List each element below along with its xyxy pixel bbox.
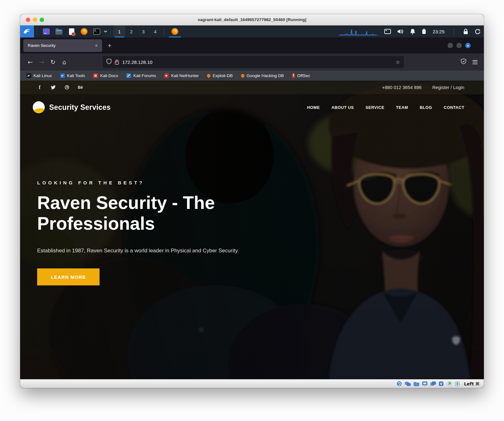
text-editor-icon bbox=[69, 28, 74, 35]
register-login-link[interactable]: Register / Login bbox=[432, 85, 464, 90]
macos-titlebar: vagrant-kali_default_1649657277982_50460… bbox=[20, 14, 484, 25]
tab-close-button[interactable]: × bbox=[94, 42, 99, 49]
panel-clock[interactable]: 23:25 bbox=[432, 29, 444, 34]
workspace-2-button[interactable]: 2 bbox=[125, 25, 137, 37]
terminal-launcher[interactable]: $_ bbox=[90, 25, 103, 37]
launcher-dropdown-chevron[interactable] bbox=[104, 25, 107, 37]
text-editor-launcher[interactable] bbox=[65, 25, 78, 37]
panel-separator bbox=[110, 28, 111, 35]
firefox-icon bbox=[81, 28, 88, 35]
nav-blog[interactable]: BLOG bbox=[420, 105, 432, 110]
insecure-lock-icon[interactable] bbox=[115, 59, 119, 65]
bookmark-exploit-db[interactable]: Exploit-DB bbox=[207, 73, 233, 78]
tab-raven-security[interactable]: Raven Security × bbox=[23, 39, 102, 52]
hero-section: LOOKING FOR THE BEST? Raven Security - T… bbox=[20, 120, 484, 285]
bookmark-kali-linux[interactable]: Kali Linux bbox=[26, 73, 52, 78]
bookmarks-bar: Kali Linux Kali Tools Kali Docs Kali For… bbox=[20, 70, 484, 81]
recording-icon[interactable] bbox=[439, 381, 444, 386]
kali-linux-favicon bbox=[26, 73, 31, 78]
bookmark-google-hacking-db[interactable]: Google Hacking DB bbox=[241, 73, 284, 78]
nav-service[interactable]: SERVICE bbox=[365, 105, 384, 110]
home-button[interactable]: ⌂ bbox=[59, 57, 70, 67]
folder-launcher[interactable] bbox=[53, 25, 65, 37]
display-tray-icon[interactable] bbox=[384, 29, 391, 34]
dribbble-icon[interactable] bbox=[64, 85, 69, 90]
firefox-launcher[interactable] bbox=[78, 25, 90, 37]
lock-icon[interactable] bbox=[463, 29, 468, 35]
kali-panel: $_ 1 2 3 4 23:25 bbox=[20, 25, 484, 37]
host-key-label: Left ⌘ bbox=[464, 381, 479, 386]
zoom-traffic-button[interactable] bbox=[40, 18, 44, 22]
panel-separator bbox=[37, 28, 37, 35]
site-logo[interactable]: Security Services bbox=[33, 101, 111, 113]
bookmark-star-icon[interactable]: ☆ bbox=[396, 59, 400, 65]
minimize-window-button[interactable] bbox=[448, 43, 453, 48]
close-traffic-button[interactable] bbox=[26, 18, 30, 22]
facebook-icon[interactable]: f bbox=[37, 85, 42, 90]
taskbar-firefox-window[interactable] bbox=[167, 25, 182, 37]
minimize-traffic-button[interactable] bbox=[33, 18, 37, 22]
file-manager-icon bbox=[43, 28, 50, 35]
terminal-icon: $_ bbox=[93, 29, 100, 35]
logo-ball-icon bbox=[33, 101, 45, 113]
browser-tab-bar: Raven Security × + × bbox=[20, 37, 484, 53]
nav-home[interactable]: HOME bbox=[307, 105, 320, 110]
page-viewport: f Bē +880 012 3654 896 Register / Login … bbox=[20, 81, 484, 379]
chevron-down-icon bbox=[104, 30, 107, 33]
workspace-1-button[interactable]: 1 bbox=[113, 25, 125, 37]
account-shield-icon[interactable] bbox=[461, 59, 466, 65]
volume-icon[interactable] bbox=[397, 29, 404, 34]
bookmark-kali-docs[interactable]: Kali Docs bbox=[93, 73, 118, 78]
kali-menu-button[interactable] bbox=[20, 25, 34, 37]
tracking-shield-icon[interactable] bbox=[106, 59, 112, 65]
bookmark-kali-tools[interactable]: Kali Tools bbox=[60, 73, 85, 78]
folder-icon bbox=[55, 29, 62, 35]
network-icon[interactable] bbox=[405, 381, 411, 386]
traffic-lights bbox=[26, 18, 44, 22]
usb-folder-icon[interactable] bbox=[414, 381, 419, 386]
forward-button[interactable]: → bbox=[36, 57, 47, 67]
virtualbox-window: vagrant-kali_default_1649657277982_50460… bbox=[20, 14, 484, 388]
nav-about-us[interactable]: ABOUT US bbox=[331, 105, 354, 110]
maximize-window-button[interactable] bbox=[456, 43, 462, 48]
cpu-graph[interactable] bbox=[339, 27, 379, 36]
notifications-bell-icon[interactable] bbox=[410, 29, 415, 35]
learn-more-button[interactable]: LEARN MORE bbox=[37, 268, 100, 285]
display-icon[interactable] bbox=[422, 381, 427, 386]
kali-tools-favicon bbox=[60, 73, 65, 78]
kali-nethunter-favicon bbox=[164, 73, 169, 78]
workspace-3-button[interactable]: 3 bbox=[137, 25, 149, 37]
back-button[interactable]: ← bbox=[25, 57, 36, 67]
toolbar-right bbox=[461, 59, 478, 65]
close-window-button[interactable]: × bbox=[465, 43, 471, 48]
logout-icon[interactable] bbox=[475, 29, 481, 35]
nav-contact[interactable]: CONTACT bbox=[444, 105, 464, 110]
url-bar[interactable]: 172.28.128.10 ☆ bbox=[103, 56, 404, 68]
file-manager-launcher[interactable] bbox=[40, 25, 53, 37]
new-tab-button[interactable]: + bbox=[105, 41, 115, 51]
offsec-favicon bbox=[292, 73, 295, 78]
google-hacking-db-favicon bbox=[240, 73, 245, 78]
reload-button[interactable]: ↻ bbox=[47, 57, 59, 67]
bookmark-kali-forums[interactable]: Kali Forums bbox=[126, 73, 156, 78]
main-nav: HOME ABOUT US SERVICE TEAM BLOG CONTACT bbox=[307, 105, 464, 110]
window-controls: × bbox=[448, 43, 471, 48]
phone-number: +880 012 3654 896 bbox=[382, 85, 421, 90]
session-features-icon[interactable] bbox=[447, 381, 452, 386]
bookmark-offsec[interactable]: OffSec bbox=[292, 73, 310, 78]
vbox-statusbar: Left ⌘ bbox=[20, 379, 484, 388]
nav-team[interactable]: TEAM bbox=[396, 105, 408, 110]
shared-folders-icon[interactable] bbox=[430, 381, 436, 386]
hero-kicker: LOOKING FOR THE BEST? bbox=[37, 180, 144, 185]
menu-hamburger-icon[interactable] bbox=[472, 60, 478, 64]
bookmark-kali-nethunter[interactable]: Kali NetHunter bbox=[164, 73, 199, 78]
harddisk-activity-icon[interactable] bbox=[397, 381, 402, 386]
behance-icon[interactable]: Bē bbox=[78, 85, 83, 90]
brand-name: Security Services bbox=[49, 103, 111, 112]
twitter-icon[interactable] bbox=[51, 85, 56, 90]
url-text[interactable]: 172.28.128.10 bbox=[122, 59, 392, 65]
autoresize-icon[interactable] bbox=[455, 381, 460, 386]
battery-icon[interactable] bbox=[422, 29, 426, 34]
window-title: vagrant-kali_default_1649657277982_50460… bbox=[20, 17, 484, 22]
workspace-4-button[interactable]: 4 bbox=[149, 25, 161, 37]
